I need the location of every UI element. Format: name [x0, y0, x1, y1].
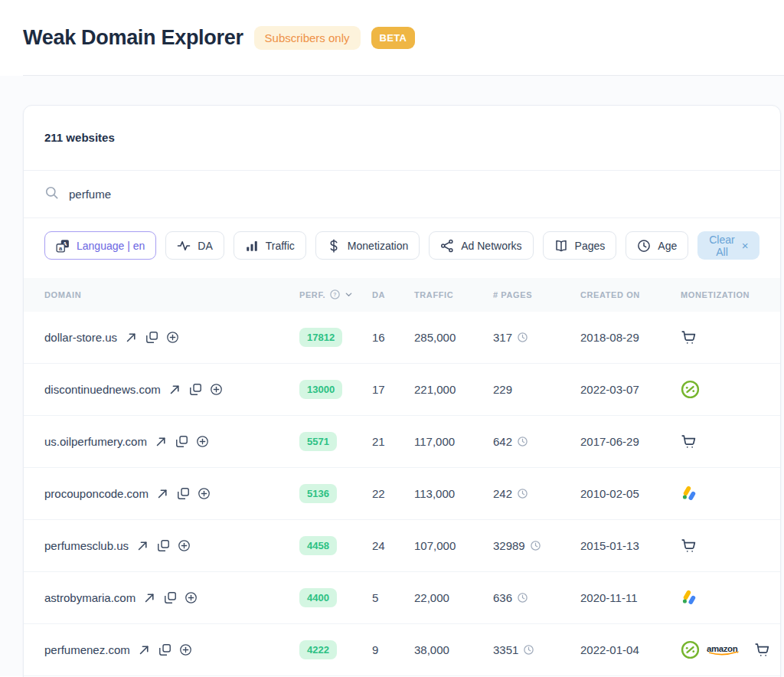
dollar-icon — [327, 239, 341, 253]
domain-link[interactable]: perfumenez.com — [44, 643, 130, 656]
table-header-row: DOMAIN PERF. ? DA TRAFFIC # PAGES CREATE… — [24, 278, 780, 312]
filter-monetization-button[interactable]: Monetization — [315, 231, 420, 260]
external-link-icon[interactable] — [143, 591, 156, 604]
created-value: 2022-03-07 — [580, 383, 681, 396]
plus-circle-icon[interactable] — [210, 383, 223, 396]
filter-traffic-button[interactable]: Traffic — [234, 231, 306, 260]
copy-icon[interactable] — [189, 383, 202, 396]
perf-badge: 13000 — [299, 380, 342, 399]
created-value: 2022-01-04 — [580, 643, 681, 656]
close-icon: × — [742, 240, 749, 251]
domain-link[interactable]: dollar-store.us — [44, 331, 117, 344]
external-link-icon[interactable] — [168, 383, 181, 396]
filter-ad-networks-button[interactable]: Ad Networks — [429, 231, 533, 260]
table-body: dollar-store.us 17812 16 285,000 317 201… — [24, 312, 780, 676]
filter-label: Pages — [575, 240, 606, 252]
filter-label: Language | en — [77, 240, 145, 252]
traffic-value: 113,000 — [414, 487, 493, 500]
cart-icon — [754, 642, 770, 658]
pages-age-clock-icon — [517, 488, 528, 499]
external-link-icon[interactable] — [138, 643, 151, 656]
copy-icon[interactable] — [157, 539, 170, 552]
table-row[interactable]: dollar-store.us 17812 16 285,000 317 201… — [24, 312, 780, 364]
pages-value: 636 — [493, 591, 512, 604]
column-header-perf[interactable]: PERF. ? — [299, 289, 372, 302]
beta-badge: BETA — [371, 27, 416, 49]
external-link-icon[interactable] — [125, 331, 138, 344]
domain-link[interactable]: procouponcode.com — [44, 487, 149, 500]
monetization-cell — [681, 486, 760, 502]
pages-value: 317 — [493, 331, 512, 344]
book-icon — [554, 239, 568, 253]
created-value: 2010-02-05 — [580, 487, 681, 500]
domain-link[interactable]: astrobymaria.com — [44, 591, 136, 604]
created-value: 2020-11-11 — [580, 591, 681, 604]
subscribers-badge: Subscribers only — [254, 26, 361, 50]
filter-da-button[interactable]: DA — [165, 231, 224, 260]
pages-age-clock-icon — [530, 540, 541, 551]
ezoic-icon — [681, 380, 700, 399]
search-bar[interactable] — [24, 171, 780, 218]
plus-circle-icon[interactable] — [198, 487, 211, 500]
filter-language-button[interactable]: Aa Language | en — [44, 231, 156, 260]
table-row[interactable]: discontinuednews.com 13000 17 221,000 22… — [24, 364, 780, 416]
amazon-icon: amazon — [706, 643, 748, 656]
column-header-traffic[interactable]: TRAFFIC — [414, 290, 493, 299]
traffic-value: 107,000 — [414, 539, 493, 552]
created-value: 2017-06-29 — [580, 435, 681, 448]
external-link-icon[interactable] — [155, 435, 168, 448]
filter-row: Aa Language | en DA Traffic Monetization… — [24, 218, 780, 278]
content-area: 211 websites Aa Language | en DA Traffic… — [0, 76, 784, 676]
domain-link[interactable]: discontinuednews.com — [44, 383, 161, 396]
table-row[interactable]: us.oilperfumery.com 5571 21 117,000 642 … — [24, 416, 780, 468]
clock-icon — [637, 239, 651, 253]
cart-icon — [681, 433, 697, 450]
results-count: 211 websites — [44, 131, 115, 144]
chevron-down-icon[interactable] — [345, 290, 353, 300]
translate-icon: Aa — [56, 239, 70, 253]
domain-link[interactable]: us.oilperfumery.com — [44, 435, 147, 448]
pages-value: 642 — [493, 435, 512, 448]
clear-all-button[interactable]: Clear All × — [697, 231, 760, 260]
domain-link[interactable]: perfumesclub.us — [44, 539, 129, 552]
adsense-icon — [681, 590, 697, 606]
column-header-domain[interactable]: DOMAIN — [44, 290, 299, 299]
table-row[interactable]: procouponcode.com 5136 22 113,000 242 20… — [24, 468, 780, 520]
filter-age-button[interactable]: Age — [626, 231, 688, 260]
monetization-cell — [681, 329, 760, 345]
column-header-monetization[interactable]: MONETIZATION — [681, 290, 760, 299]
copy-icon[interactable] — [177, 487, 190, 500]
pages-value: 32989 — [493, 539, 525, 552]
search-input[interactable] — [69, 188, 760, 201]
table-row[interactable]: astrobymaria.com 4400 5 22,000 636 2020-… — [24, 572, 780, 624]
plus-circle-icon[interactable] — [196, 435, 209, 448]
external-link-icon[interactable] — [156, 487, 169, 500]
help-icon[interactable]: ? — [329, 289, 341, 302]
filter-label: Monetization — [348, 240, 408, 252]
da-value: 16 — [372, 331, 414, 344]
monetization-cell — [681, 590, 760, 606]
column-header-pages[interactable]: # PAGES — [493, 290, 580, 299]
plus-circle-icon[interactable] — [178, 539, 191, 552]
plus-circle-icon[interactable] — [179, 643, 192, 656]
monetization-cell — [681, 538, 760, 554]
da-value: 9 — [372, 643, 414, 656]
copy-icon[interactable] — [158, 643, 172, 656]
column-header-da[interactable]: DA — [372, 290, 414, 299]
search-icon — [44, 185, 59, 203]
clear-all-label: Clear All — [709, 234, 734, 258]
plus-circle-icon[interactable] — [166, 331, 179, 344]
copy-icon[interactable] — [145, 331, 158, 344]
filter-pages-button[interactable]: Pages — [543, 231, 617, 260]
da-value: 21 — [372, 435, 414, 448]
copy-icon[interactable] — [164, 591, 177, 604]
perf-badge: 17812 — [299, 328, 342, 347]
table-row[interactable]: perfumesclub.us 4458 24 107,000 32989 20… — [24, 520, 780, 572]
column-header-created[interactable]: CREATED ON — [580, 290, 681, 299]
plus-circle-icon[interactable] — [185, 591, 198, 604]
external-link-icon[interactable] — [136, 539, 149, 552]
copy-icon[interactable] — [175, 435, 188, 448]
perf-badge: 4458 — [299, 536, 337, 555]
pulse-icon — [177, 239, 191, 253]
table-row[interactable]: perfumenez.com 4222 9 38,000 3351 2022-0… — [24, 624, 780, 676]
